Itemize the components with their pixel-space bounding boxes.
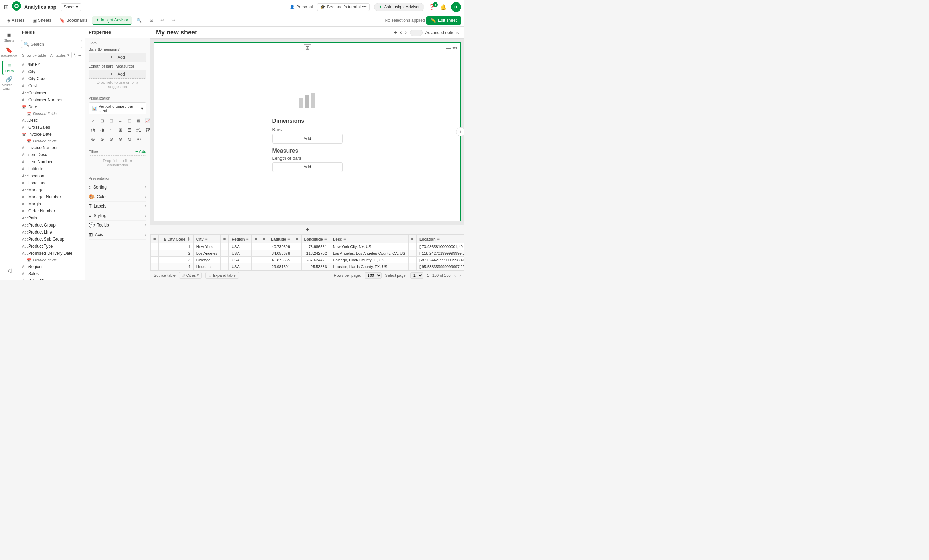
undo-icon-btn[interactable]: ↩ — [158, 16, 167, 24]
field-item[interactable]: #Manager Number — [18, 193, 85, 200]
field-item[interactable]: AbcProduct Group — [18, 222, 85, 229]
viz-icon-btn[interactable]: ⊠ — [135, 116, 143, 125]
viz-icon-btn[interactable]: ⊚ — [125, 135, 134, 143]
field-item[interactable]: AbcPath — [18, 214, 85, 222]
col-header-empty1[interactable]: ≡ — [220, 235, 228, 243]
labels-item[interactable]: T Labels › — [89, 202, 146, 211]
field-item[interactable]: #Latitude — [18, 165, 85, 172]
axis-item[interactable]: ⊞ Axis › — [89, 230, 146, 240]
field-item[interactable]: AbcProduct Sub Group — [18, 236, 85, 243]
field-item-derived[interactable]: 📅Derived fields — [18, 257, 85, 263]
field-item[interactable]: AbcPromised Delivery Date — [18, 250, 85, 257]
add-filter-button[interactable]: + Add — [135, 149, 146, 154]
field-item[interactable]: #City Code — [18, 75, 85, 82]
field-item[interactable]: 📅Date — [18, 103, 85, 110]
field-item[interactable]: #%KEY — [18, 61, 85, 68]
ask-advisor-button[interactable]: ✦ Ask Insight Advisor — [374, 3, 425, 11]
field-item[interactable]: 📅Invoice Date — [18, 131, 85, 138]
field-item[interactable]: #Customer Number — [18, 96, 85, 103]
field-item[interactable]: #Cost — [18, 82, 85, 89]
viz-icon-btn[interactable]: ◔ — [89, 125, 97, 134]
viz-icon-btn[interactable]: ≡ — [116, 116, 124, 125]
table-scroll-area[interactable]: ≡ Ta City Code ⇕ City ≡ ≡ Region ≡ ≡ ≡ L… — [150, 235, 464, 270]
field-item[interactable]: #Sales Qty — [18, 277, 85, 280]
personal-button[interactable]: 👤 Personal — [290, 5, 313, 9]
add-bars-button[interactable]: + + Add — [89, 53, 146, 62]
add-sheet-button[interactable]: + — [394, 29, 397, 36]
search-tab[interactable]: 🔍 — [133, 17, 145, 24]
page-prev-button[interactable]: ‹ — [454, 272, 456, 278]
tooltip-item[interactable]: 💬 Tooltip › — [89, 220, 146, 230]
collapse-sidebar-icon[interactable]: ◁ — [2, 263, 16, 277]
viz-icon-btn[interactable]: ⊟ — [125, 116, 134, 125]
next-sheet-button[interactable]: › — [405, 29, 407, 36]
add-length-button[interactable]: + + Add — [89, 70, 146, 79]
viz-icon-btn[interactable]: ⊞ — [98, 116, 106, 125]
col-header-latitude[interactable]: Latitude ≡ — [268, 235, 293, 243]
viz-icon-btn[interactable]: ⟋ — [89, 116, 97, 125]
field-item[interactable]: AbcCity — [18, 68, 85, 75]
field-item-derived[interactable]: 📅Derived fields — [18, 138, 85, 144]
field-item[interactable]: AbcProduct Type — [18, 243, 85, 250]
viz-icon-btn[interactable]: ⊡ — [107, 116, 115, 125]
add-table-button[interactable]: + — [150, 225, 464, 235]
col-header-city-code[interactable]: Ta City Code ⇕ — [159, 235, 193, 243]
advanced-options-label[interactable]: Advanced options — [425, 30, 459, 35]
assets-tab[interactable]: ◈ Assets — [3, 17, 28, 24]
redo-icon-btn[interactable]: ↪ — [169, 16, 178, 24]
add-right-button[interactable]: + — [456, 127, 464, 136]
notification-icon[interactable]: 🔔 — [440, 3, 447, 10]
avatar[interactable]: TL — [451, 2, 461, 12]
minimize-chart-icon[interactable]: — — [446, 45, 451, 50]
field-item[interactable]: #Longitude — [18, 179, 85, 187]
field-item[interactable]: #Invoice Number — [18, 144, 85, 151]
field-item[interactable]: #Sales — [18, 270, 85, 277]
col-header-longitude[interactable]: Longitude ≡ — [301, 235, 330, 243]
col-header-desc[interactable]: Desc ≡ — [330, 235, 408, 243]
sheets-tab[interactable]: ▣ Sheets — [29, 17, 55, 24]
table-source-selector[interactable]: ⊞ Cities ▾ — [179, 272, 202, 278]
drag-handle[interactable]: ⊞ — [304, 44, 311, 51]
search-input[interactable] — [31, 42, 80, 47]
sidebar-item-fields[interactable]: ≡ Fields — [2, 61, 16, 75]
col-header-empty3[interactable]: ≡ — [260, 235, 268, 243]
viz-icon-btn[interactable]: ○ — [107, 125, 115, 134]
bookmarks-tab[interactable]: 🔖 Bookmarks — [56, 17, 91, 24]
field-item[interactable]: #Margin — [18, 200, 85, 208]
field-item[interactable]: #Item Number — [18, 158, 85, 165]
viz-icon-btn[interactable]: 📈 — [144, 116, 150, 125]
insight-advisor-tab[interactable]: ✦ Insight Advisor — [92, 16, 132, 24]
viz-icon-btn[interactable]: ••• — [135, 135, 143, 143]
sheet-toggle[interactable] — [410, 29, 423, 36]
edit-sheet-button[interactable]: ✏️ Edit sheet — [426, 16, 461, 24]
col-header-menu[interactable]: ≡ — [150, 235, 159, 243]
styling-item[interactable]: ≡ Styling › — [89, 211, 146, 220]
field-item-derived[interactable]: 📅Derived fields — [18, 110, 85, 117]
viz-icon-btn[interactable]: ⊕ — [89, 135, 97, 143]
fields-search-box[interactable]: 🔍 — [21, 40, 82, 48]
field-item[interactable]: AbcLocation — [18, 172, 85, 179]
add-field-icon[interactable]: + — [78, 52, 81, 58]
col-header-empty5[interactable]: ≡ — [408, 235, 416, 243]
field-item[interactable]: AbcManager — [18, 187, 85, 193]
col-header-region[interactable]: Region ≡ — [229, 235, 251, 243]
field-item[interactable]: AbcProduct Line — [18, 229, 85, 236]
prev-sheet-button[interactable]: ‹ — [400, 29, 402, 36]
col-header-city[interactable]: City ≡ — [193, 235, 220, 243]
field-item[interactable]: AbcDesc — [18, 117, 85, 124]
field-item[interactable]: #GrossSales — [18, 124, 85, 131]
help-icon[interactable]: ❓3 — [429, 3, 435, 10]
viz-icon-btn[interactable]: ⊙ — [116, 135, 124, 143]
field-item[interactable]: AbcCustomer — [18, 89, 85, 96]
field-item[interactable]: #Order Number — [18, 208, 85, 214]
viz-icon-btn[interactable]: ☰ — [125, 125, 134, 134]
viz-icon-btn[interactable]: ⊗ — [98, 135, 106, 143]
rows-per-page-select[interactable]: 100 50 25 — [365, 272, 382, 278]
viz-icon-btn[interactable]: ⊘ — [107, 135, 115, 143]
page-next-button[interactable]: › — [459, 272, 461, 278]
field-item[interactable]: AbcRegion — [18, 263, 85, 270]
viz-icon-btn[interactable]: ⊞ — [116, 125, 124, 134]
viz-icon-btn[interactable]: #1 — [135, 125, 143, 134]
viz-icon-btn[interactable]: ◑ — [98, 125, 106, 134]
col-header-location[interactable]: Location ≡ — [416, 235, 464, 243]
